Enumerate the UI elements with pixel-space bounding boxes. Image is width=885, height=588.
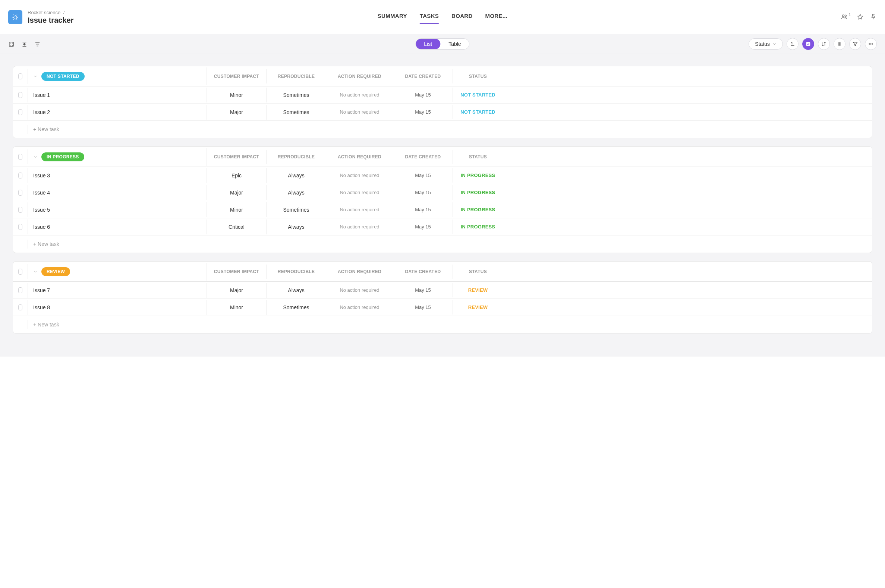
table-row[interactable]: Issue 7 Major Always No action required …: [13, 282, 872, 299]
cell-reproducible[interactable]: Sometimes: [266, 105, 326, 120]
filter-icon[interactable]: [849, 38, 861, 50]
cell-reproducible[interactable]: Always: [266, 283, 326, 298]
col-customer-impact[interactable]: CUSTOMER IMPACT: [207, 265, 266, 279]
col-status[interactable]: STATUS: [453, 265, 503, 279]
cell-action[interactable]: No action required: [326, 88, 393, 102]
breadcrumb-parent[interactable]: Rocket science: [28, 10, 60, 15]
row-checkbox[interactable]: [18, 207, 23, 213]
check-icon[interactable]: [802, 38, 814, 50]
cell-status[interactable]: REVIEW: [453, 300, 503, 315]
filter-settings-icon[interactable]: [34, 41, 41, 47]
star-icon[interactable]: [856, 14, 864, 21]
table-row[interactable]: Issue 1 Minor Sometimes No action requir…: [13, 87, 872, 104]
table-row[interactable]: Issue 4 Major Always No action required …: [13, 184, 872, 201]
collapse-rows-icon[interactable]: [21, 41, 28, 47]
cell-action[interactable]: No action required: [326, 185, 393, 200]
row-checkbox[interactable]: [18, 109, 23, 115]
cell-status[interactable]: IN PROGRESS: [453, 219, 503, 234]
cell-action[interactable]: No action required: [326, 168, 393, 183]
cell-reproducible[interactable]: Sometimes: [266, 88, 326, 102]
cell-impact[interactable]: Major: [207, 105, 266, 120]
cell-action[interactable]: No action required: [326, 202, 393, 217]
collapse-group-icon[interactable]: [33, 269, 38, 274]
cell-impact[interactable]: Major: [207, 283, 266, 298]
task-name[interactable]: Issue 3: [28, 168, 207, 183]
cell-date[interactable]: May 15: [393, 88, 453, 102]
col-action-required[interactable]: ACTION REQUIRED: [326, 265, 393, 279]
col-status[interactable]: STATUS: [453, 69, 503, 84]
cell-date[interactable]: May 15: [393, 283, 453, 297]
col-reproducible[interactable]: REPRODUCIBLE: [266, 150, 326, 164]
expand-icon[interactable]: [8, 41, 15, 47]
collapse-group-icon[interactable]: [33, 74, 38, 79]
col-status[interactable]: STATUS: [453, 150, 503, 164]
col-action-required[interactable]: ACTION REQUIRED: [326, 150, 393, 164]
status-dropdown[interactable]: Status: [748, 38, 783, 50]
table-row[interactable]: Issue 2 Major Sometimes No action requir…: [13, 104, 872, 121]
cell-reproducible[interactable]: Sometimes: [266, 202, 326, 217]
cell-impact[interactable]: Minor: [207, 300, 266, 315]
subtasks-icon[interactable]: [787, 38, 798, 50]
row-checkbox[interactable]: [18, 190, 23, 196]
task-name[interactable]: Issue 5: [28, 202, 207, 217]
select-all-checkbox[interactable]: [18, 154, 23, 160]
group-badge[interactable]: NOT STARTED: [41, 72, 85, 81]
cell-date[interactable]: May 15: [393, 300, 453, 315]
row-checkbox[interactable]: [18, 304, 23, 310]
cell-reproducible[interactable]: Sometimes: [266, 300, 326, 315]
nav-more[interactable]: MORE...: [485, 10, 508, 24]
cell-action[interactable]: No action required: [326, 105, 393, 119]
cell-status[interactable]: IN PROGRESS: [453, 185, 503, 200]
select-all-checkbox[interactable]: [18, 268, 23, 274]
col-customer-impact[interactable]: CUSTOMER IMPACT: [207, 150, 266, 164]
task-name[interactable]: Issue 6: [28, 219, 207, 234]
cell-status[interactable]: NOT STARTED: [453, 88, 503, 102]
members-button[interactable]: 1: [841, 14, 851, 21]
task-name[interactable]: Issue 8: [28, 300, 207, 315]
group-badge[interactable]: REVIEW: [41, 267, 70, 276]
new-task-button[interactable]: + New task: [28, 237, 207, 252]
cell-reproducible[interactable]: Always: [266, 168, 326, 183]
collapse-group-icon[interactable]: [33, 154, 38, 159]
row-checkbox[interactable]: [18, 172, 23, 178]
more-icon[interactable]: [865, 38, 877, 50]
cell-impact[interactable]: Critical: [207, 219, 266, 234]
task-name[interactable]: Issue 7: [28, 283, 207, 298]
cell-impact[interactable]: Major: [207, 185, 266, 200]
cell-date[interactable]: May 15: [393, 185, 453, 200]
task-name[interactable]: Issue 1: [28, 88, 207, 102]
cell-date[interactable]: May 15: [393, 168, 453, 183]
pin-icon[interactable]: [870, 14, 877, 21]
col-action-required[interactable]: ACTION REQUIRED: [326, 69, 393, 84]
col-date-created[interactable]: DATE CREATED: [393, 69, 453, 84]
task-name[interactable]: Issue 2: [28, 105, 207, 120]
cell-reproducible[interactable]: Always: [266, 219, 326, 234]
cell-status[interactable]: IN PROGRESS: [453, 168, 503, 183]
cell-impact[interactable]: Epic: [207, 168, 266, 183]
cell-impact[interactable]: Minor: [207, 88, 266, 102]
cell-date[interactable]: May 15: [393, 105, 453, 119]
columns-icon[interactable]: [834, 38, 846, 50]
cell-date[interactable]: May 15: [393, 202, 453, 217]
view-table[interactable]: Table: [440, 39, 469, 49]
col-reproducible[interactable]: REPRODUCIBLE: [266, 265, 326, 279]
cell-status[interactable]: IN PROGRESS: [453, 202, 503, 217]
task-name[interactable]: Issue 4: [28, 185, 207, 200]
row-checkbox[interactable]: [18, 287, 23, 293]
table-row[interactable]: Issue 3 Epic Always No action required M…: [13, 167, 872, 184]
nav-tasks[interactable]: TASKS: [420, 10, 439, 24]
cell-status[interactable]: REVIEW: [453, 283, 503, 297]
nav-summary[interactable]: SUMMARY: [378, 10, 407, 24]
col-reproducible[interactable]: REPRODUCIBLE: [266, 69, 326, 84]
group-badge[interactable]: IN PROGRESS: [41, 152, 84, 161]
table-row[interactable]: Issue 8 Minor Sometimes No action requir…: [13, 299, 872, 316]
breadcrumb[interactable]: Rocket science /: [28, 10, 74, 15]
new-task-button[interactable]: + New task: [28, 122, 207, 137]
col-date-created[interactable]: DATE CREATED: [393, 265, 453, 279]
new-task-button[interactable]: + New task: [28, 317, 207, 332]
select-all-checkbox[interactable]: [18, 74, 23, 80]
row-checkbox[interactable]: [18, 92, 23, 98]
nav-board[interactable]: BOARD: [451, 10, 473, 24]
cell-status[interactable]: NOT STARTED: [453, 105, 503, 119]
view-list[interactable]: List: [416, 39, 440, 49]
